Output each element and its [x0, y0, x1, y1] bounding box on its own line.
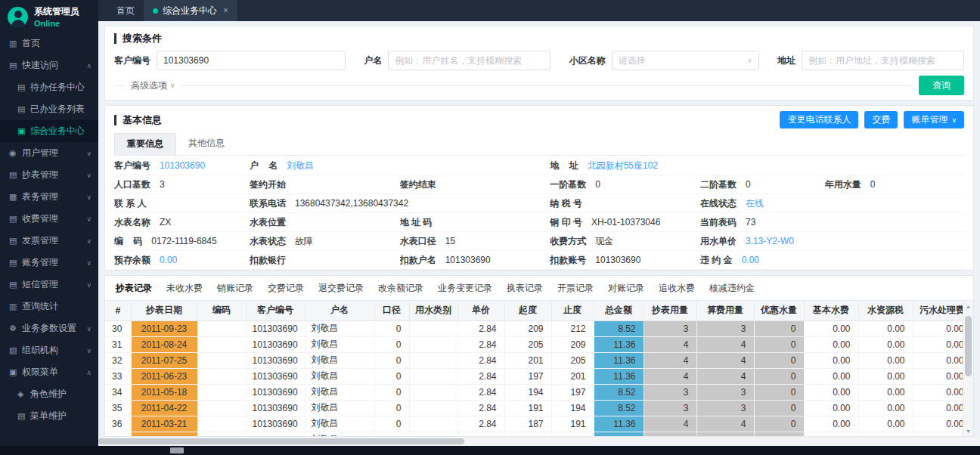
scrollbar-track[interactable]: [963, 311, 973, 426]
address-field: 地址: [777, 51, 964, 70]
sidebar-item[interactable]: ▤ 菜单维护: [0, 405, 98, 427]
chevron-icon: ∨: [86, 259, 91, 267]
scrollbar-thumb[interactable]: [965, 316, 972, 376]
column-header: 单价: [457, 301, 504, 320]
record-tab[interactable]: 改余额记录: [378, 282, 423, 295]
info-value[interactable]: 3.13-Y2-W0: [746, 236, 794, 246]
tab-home[interactable]: 首页: [107, 0, 144, 21]
record-tab[interactable]: 抄表记录: [116, 282, 152, 295]
community-select[interactable]: 请选择 ∨: [612, 51, 759, 70]
info-value[interactable]: 0.00: [742, 255, 759, 265]
advanced-options-toggle[interactable]: 高级选项 ∨: [131, 79, 175, 92]
record-tab[interactable]: 销账记录: [217, 282, 253, 295]
table-cell: 32: [105, 352, 131, 368]
table-cell: 187: [504, 416, 551, 432]
sidebar-item[interactable]: ▥ 查询统计: [0, 296, 98, 317]
vertical-scrollbar[interactable]: ▲ ▼: [963, 301, 973, 436]
horizontal-scrollbar[interactable]: [98, 437, 980, 446]
household-name-input[interactable]: [388, 51, 550, 70]
table-row[interactable]: 342011-05-18101303690刘敬昌02.841941978.523…: [105, 384, 972, 400]
taskbar-item[interactable]: [170, 447, 184, 453]
info-value: XH-01-10373046: [591, 217, 660, 228]
info-cell: 一阶基数 0: [550, 175, 700, 194]
table-row[interactable]: 302011-09-23101303690刘敬昌02.842092128.523…: [105, 320, 972, 336]
info-value[interactable]: 北园新村55座102: [588, 159, 658, 172]
bill-management-button[interactable]: 账单管理 ∨: [904, 111, 964, 128]
sidebar-item[interactable]: ▥ 首页: [0, 32, 98, 54]
sidebar-item[interactable]: ▧ 组织机构 ∨: [0, 339, 98, 361]
sidebar-item[interactable]: ▤ 发票管理 ∨: [0, 230, 98, 252]
sidebar-item[interactable]: ▤ 待办任务中心: [0, 76, 98, 98]
record-tab[interactable]: 追收水费: [659, 282, 695, 295]
table-row[interactable]: 352011-04-22101303690刘敬昌02.841911948.523…: [105, 400, 972, 416]
table-row[interactable]: 332011-06-23101303690刘敬昌02.8419720111.36…: [105, 368, 972, 384]
record-tab[interactable]: 业务变更记录: [438, 282, 492, 295]
sidebar-item[interactable]: ◈ 角色维护: [0, 383, 98, 405]
record-tab[interactable]: 核减违约金: [709, 282, 755, 295]
table-cell: 2.84: [457, 352, 504, 368]
query-button[interactable]: 查询: [919, 76, 964, 95]
info-cell: 扣款户名 101303690: [400, 251, 550, 270]
info-value[interactable]: 0.00: [160, 255, 177, 265]
info-cell: 违 约 金 0.00: [700, 251, 964, 270]
user-panel[interactable]: 系统管理员 Online: [0, 0, 98, 32]
info-value: 13680437342,13680437342: [295, 198, 408, 209]
record-tab[interactable]: 退交费记录: [318, 282, 364, 295]
info-value[interactable]: 101303690: [160, 160, 205, 171]
sidebar-item[interactable]: ▤ 快速访问 ∧: [0, 54, 98, 76]
table-cell: 205: [504, 336, 551, 352]
info-tab[interactable]: 重要信息: [114, 133, 176, 155]
sidebar-item[interactable]: ▤ 已办业务列表: [0, 98, 98, 120]
info-cell: 水表口径 15: [400, 232, 550, 251]
scroll-up-icon[interactable]: ▲: [963, 301, 973, 311]
record-tab[interactable]: 交费记录: [268, 282, 304, 295]
table-cell: 刘敬昌: [305, 384, 374, 400]
table-row[interactable]: 362011-03-21101303690刘敬昌02.8418719111.36…: [105, 416, 972, 432]
table-cell: 2011-05-18: [131, 384, 197, 400]
table-cell: 0: [374, 384, 409, 400]
sidebar-item[interactable]: ▣ 综合业务中心: [0, 120, 98, 142]
record-tab[interactable]: 对账记录: [608, 282, 644, 295]
sms-icon: ▤: [9, 280, 22, 289]
done-list-icon: ▤: [17, 104, 30, 114]
divider-line: [114, 85, 125, 86]
info-value: 故障: [295, 235, 313, 248]
sidebar-item[interactable]: ▤ 短信管理 ∨: [0, 274, 98, 296]
record-tab[interactable]: 换表记录: [507, 282, 543, 295]
table-cell: 37: [105, 432, 131, 436]
pay-button[interactable]: 交费: [864, 111, 898, 128]
table-row[interactable]: 372011-02-24101303690刘敬昌02.8418318711.36…: [105, 432, 972, 436]
advanced-options-label: 高级选项: [131, 79, 167, 92]
table-row[interactable]: 322011-07-25101303690刘敬昌02.8420120511.36…: [105, 352, 972, 368]
info-cell: 水表状态 故障: [250, 232, 400, 251]
scrollbar-thumb[interactable]: [98, 438, 464, 444]
sidebar-item[interactable]: ▦ 表务管理 ∨: [0, 186, 98, 208]
close-tab-icon[interactable]: ×: [223, 5, 228, 16]
change-phone-contact-button[interactable]: 变更电话联系人: [780, 111, 858, 128]
info-value[interactable]: 在线: [746, 197, 764, 210]
sidebar-item[interactable]: ▤ 收费管理 ∨: [0, 208, 98, 230]
table-cell: 101303690: [246, 416, 305, 432]
info-tab[interactable]: 其他信息: [176, 133, 237, 155]
sidebar-item-label: 快速访问: [22, 59, 83, 72]
table-cell: [409, 432, 457, 436]
scroll-down-icon[interactable]: ▼: [963, 426, 973, 436]
sidebar-item[interactable]: ☸ 业务参数设置 ∨: [0, 317, 98, 339]
record-tab[interactable]: 未收水费: [166, 282, 203, 295]
table-cell: 3: [644, 384, 696, 400]
sidebar-item-label: 用户管理: [22, 147, 83, 159]
info-value: 101303690: [595, 255, 640, 265]
sidebar-item[interactable]: ▤ 抄表管理 ∨: [0, 164, 98, 186]
address-input[interactable]: [802, 51, 964, 70]
tab-business-center[interactable]: 综合业务中心 ×: [144, 0, 237, 21]
table-row[interactable]: 312011-08-24101303690刘敬昌02.8420520911.36…: [105, 336, 972, 352]
customer-no-input[interactable]: [157, 51, 346, 70]
info-value[interactable]: 刘敬昌: [287, 159, 314, 172]
sidebar-item[interactable]: ◉ 用户管理 ∨: [0, 142, 98, 164]
record-tab[interactable]: 开票记录: [557, 282, 594, 295]
sidebar-item[interactable]: ▤ 账务管理 ∨: [0, 252, 98, 274]
sidebar-item[interactable]: ▣ 权限菜单 ∧: [0, 361, 98, 383]
table-cell: [197, 400, 246, 416]
table-cell: 4: [644, 416, 696, 432]
table-cell: 212: [551, 320, 594, 336]
